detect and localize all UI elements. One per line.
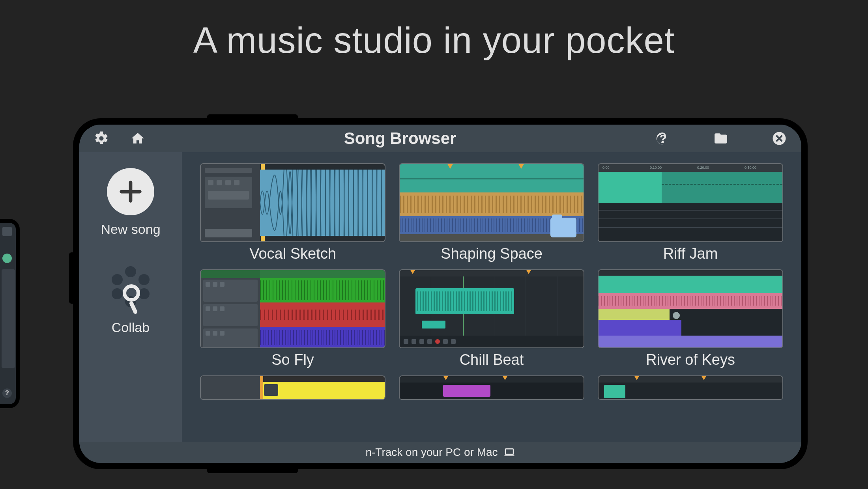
song-card[interactable] — [399, 375, 584, 400]
folder-badge-icon — [550, 218, 576, 237]
svg-rect-3 — [505, 449, 513, 454]
footer-link[interactable]: n-Track on your PC or Mac — [79, 442, 801, 463]
plus-icon — [107, 168, 154, 215]
song-card-shaping-space[interactable]: Shaping Space — [399, 163, 584, 262]
song-thumbnail: 0:000:10:000:20:000:30:00 — [598, 163, 783, 242]
song-label: River of Keys — [646, 351, 735, 368]
collab-label: Collab — [112, 320, 150, 335]
song-label: Riff Jam — [663, 245, 718, 262]
song-label: So Fly — [271, 351, 314, 368]
new-song-button[interactable]: New song — [101, 168, 160, 237]
song-card[interactable] — [598, 375, 783, 400]
song-grid: Vocal Sketch Shaping Space 0:000:10:000:… — [182, 152, 801, 442]
sidebar: New song Collab — [79, 152, 182, 442]
song-card-chill-beat[interactable]: Chill Beat — [399, 269, 584, 368]
folder-icon[interactable] — [713, 131, 729, 146]
settings-icon[interactable] — [94, 131, 109, 146]
song-thumbnail — [200, 163, 385, 242]
collab-button[interactable]: Collab — [107, 266, 154, 335]
top-bar: Song Browser ? — [79, 125, 801, 152]
promo-headline: A music studio in your pocket — [0, 20, 868, 61]
background-phone: ? — [0, 219, 20, 408]
new-song-label: New song — [101, 222, 160, 237]
laptop-icon — [503, 446, 515, 458]
song-thumbnail — [598, 269, 783, 348]
song-thumbnail — [598, 375, 783, 400]
phone-frame: Song Browser ? New song — [73, 118, 808, 469]
song-label: Chill Beat — [460, 351, 524, 368]
song-card-riff-jam[interactable]: 0:000:10:000:20:000:30:00 Riff Jam — [598, 163, 783, 262]
song-thumbnail — [399, 375, 584, 400]
help-icon[interactable]: ? — [655, 131, 670, 146]
song-card-so-fly[interactable]: So Fly — [200, 269, 385, 368]
song-thumbnail — [399, 269, 584, 348]
song-thumbnail — [399, 163, 584, 242]
song-thumbnail — [200, 375, 385, 400]
song-card-vocal-sketch[interactable]: Vocal Sketch — [200, 163, 385, 262]
collab-icon — [107, 266, 154, 314]
close-icon[interactable] — [771, 131, 787, 146]
song-thumbnail — [200, 269, 385, 348]
svg-text:?: ? — [660, 132, 667, 145]
song-label: Shaping Space — [441, 245, 542, 262]
page-title: Song Browser — [146, 129, 655, 148]
footer-text: n-Track on your PC or Mac — [365, 446, 498, 459]
song-card-river-of-keys[interactable]: River of Keys — [598, 269, 783, 368]
song-label: Vocal Sketch — [249, 245, 336, 262]
app-screen: Song Browser ? New song — [79, 125, 801, 463]
home-icon[interactable] — [130, 131, 146, 146]
song-card[interactable] — [200, 375, 385, 400]
